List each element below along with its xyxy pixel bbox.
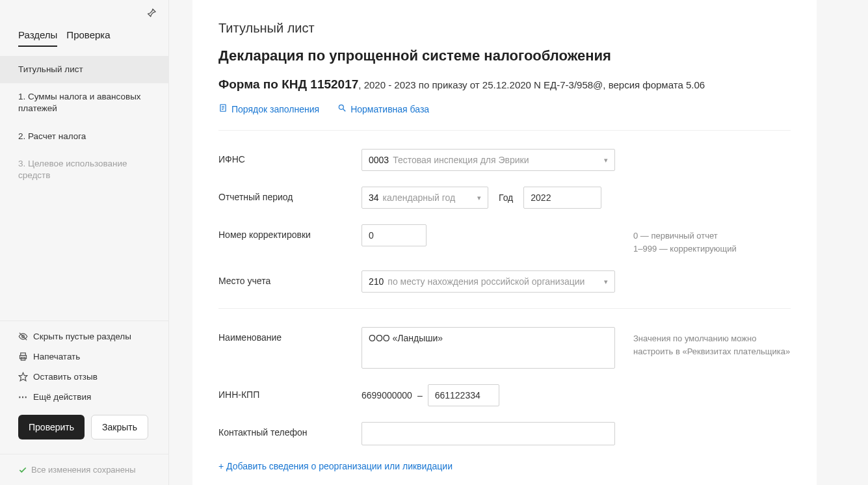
chevron-down-icon: ▾ xyxy=(477,194,481,202)
label-correction: Номер корректировки xyxy=(218,224,362,240)
help-correction-1: 0 — первичный отчет xyxy=(633,229,791,242)
action-label: Напечатать xyxy=(33,352,80,361)
close-button[interactable]: Закрыть xyxy=(91,415,148,439)
action-print[interactable]: Напечатать xyxy=(0,347,168,367)
action-feedback[interactable]: Оставить отзыв xyxy=(0,367,168,387)
input-correction[interactable]: 0 xyxy=(362,224,427,246)
star-icon xyxy=(18,372,28,382)
add-reorg-link[interactable]: + Добавить сведения о реорганизации или … xyxy=(218,461,791,471)
input-year[interactable]: 2022 xyxy=(523,187,601,209)
search-icon xyxy=(337,103,347,114)
textarea-name[interactable]: ООО «Ландыши» xyxy=(362,327,615,369)
link-normative-base[interactable]: Нормативная база xyxy=(337,103,429,114)
help-correction-2: 1–999 — корректирующий xyxy=(633,242,791,256)
label-period: Отчетный период xyxy=(218,187,362,202)
page-breadcrumb: Титульный лист xyxy=(218,21,791,36)
sidebar-item-calc[interactable]: 2. Расчет налога xyxy=(0,123,168,150)
select-ifns[interactable]: 0003 Тестовая инспекция для Эврики ▾ xyxy=(362,149,615,171)
help-name: Значения по умолчанию можно настроить в … xyxy=(615,327,791,358)
action-hide-empty[interactable]: Скрыть пустые разделы xyxy=(0,326,168,347)
page-card: Титульный лист Декларация по упрощенной … xyxy=(192,0,817,485)
label-ifns: ИФНС xyxy=(218,149,362,164)
check-button[interactable]: Проверить xyxy=(18,415,85,439)
link-filling-order[interactable]: Порядок заполнения xyxy=(218,103,319,114)
svg-line-11 xyxy=(343,109,346,112)
printer-icon xyxy=(18,352,28,361)
more-icon: ⋯ xyxy=(18,392,28,402)
action-label: Ещё действия xyxy=(33,392,91,402)
label-inn-kpp: ИНН-КПП xyxy=(218,384,362,400)
sidebar-item-title-page[interactable]: Титульный лист xyxy=(0,56,168,83)
label-year: Год xyxy=(496,192,516,203)
eye-off-icon xyxy=(18,332,28,341)
label-name: Наименование xyxy=(218,327,362,343)
document-icon xyxy=(218,103,228,114)
svg-point-10 xyxy=(339,105,343,109)
pin-icon[interactable] xyxy=(146,8,157,20)
select-place[interactable]: 210 по месту нахождения российской орган… xyxy=(362,270,615,293)
action-label: Оставить отзыв xyxy=(33,372,98,382)
tab-check[interactable]: Проверка xyxy=(66,29,110,47)
inn-value: 6699000000 xyxy=(362,390,412,400)
select-period[interactable]: 34 календарный год ▾ xyxy=(362,187,488,209)
sidebar-item-targeted: 3. Целевое использование средств xyxy=(0,150,168,189)
svg-marker-5 xyxy=(19,373,27,381)
label-phone: Контактный телефон xyxy=(218,422,362,438)
sidebar-item-sums[interactable]: 1. Суммы налога и авансовых платежей xyxy=(0,83,168,122)
page-title: Декларация по упрощенной системе налогоо… xyxy=(218,47,791,64)
inn-dash: – xyxy=(417,390,423,400)
input-phone[interactable] xyxy=(362,422,615,445)
sidebar: Разделы Проверка Титульный лист 1. Суммы… xyxy=(0,0,169,485)
form-code-line: Форма по КНД 1152017, 2020 - 2023 по при… xyxy=(218,77,791,92)
input-kpp[interactable]: 661122334 xyxy=(428,384,499,406)
action-label: Скрыть пустые разделы xyxy=(33,332,131,341)
action-more[interactable]: ⋯ Ещё действия xyxy=(0,387,168,407)
chevron-down-icon: ▾ xyxy=(604,278,608,286)
chevron-down-icon: ▾ xyxy=(604,156,608,164)
label-place: Место учета xyxy=(218,270,362,286)
save-status: Все изменения сохранены xyxy=(0,454,168,485)
tab-sections[interactable]: Разделы xyxy=(18,29,57,47)
